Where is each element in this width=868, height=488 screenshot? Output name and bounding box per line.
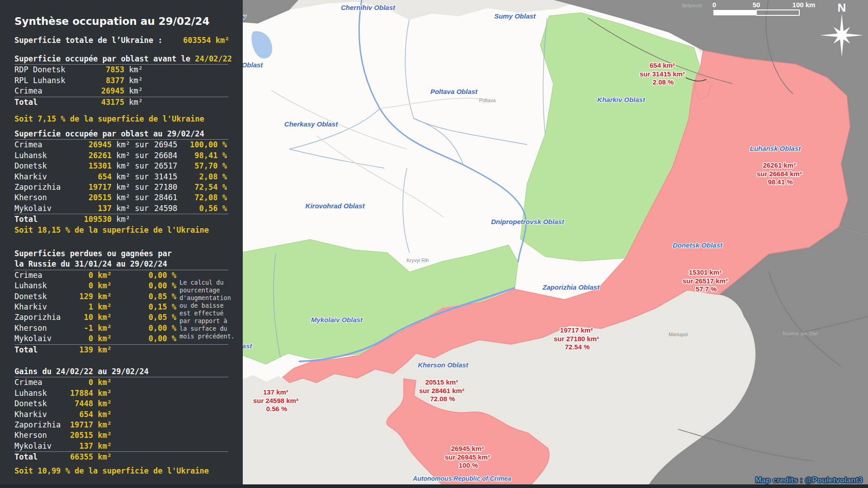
label-poltava-oblast: Poltava Oblast	[430, 88, 478, 95]
table-row: Mykolaiv137 km² sur 245980,56 %	[14, 203, 228, 214]
table-row: Donetsk15301 km² sur 2651757,70 %	[14, 161, 228, 171]
row-value: 7853	[82, 65, 124, 75]
row-percent: 72,54 %	[194, 182, 227, 192]
row-value: 7448 km²	[69, 399, 112, 409]
total-label: Total	[14, 345, 69, 355]
total-label: Total	[14, 214, 69, 225]
total-value: 66355 km²	[69, 452, 112, 462]
row-percent: 0,00 %	[137, 270, 176, 281]
section-header: Superficie occupée par oblast au 29/02/2…	[14, 129, 228, 140]
row-total: 26684	[153, 150, 177, 161]
map-credits: Map credits : @Pouletvolant3	[755, 476, 863, 484]
total-value: 139 km²	[69, 345, 112, 355]
section-header-text: Superficie occupée par oblast avant le	[14, 54, 195, 63]
section-occupied-current: Superficie occupée par oblast au 29/02/2…	[14, 129, 228, 235]
table-row: Zaporizhia19717 km²	[14, 420, 228, 430]
stats-sidebar: Synthèse occupation au 29/02/24 Superfic…	[0, 0, 243, 488]
row-percent: 100,00 %	[190, 140, 227, 150]
row-value: 17884 km²	[69, 388, 112, 399]
label-city-kryvyi-rih: Kryvyi Rih	[406, 258, 429, 263]
section-header-date: 24/02/22	[195, 54, 232, 63]
row-name: Crimea	[14, 270, 69, 281]
row-total: 24598	[153, 203, 177, 214]
row-value: 19717 km²	[69, 420, 112, 430]
total-area-line: Superficie totale de l’Ukraine : 603554 …	[14, 35, 228, 46]
row-value: 0 km²	[69, 270, 112, 281]
label-donetsk-oblast: Donetsk Oblast	[673, 241, 723, 249]
scale-bar-segment-filled	[713, 10, 756, 15]
label-city-poltava: Poltava	[479, 98, 496, 103]
row-percent: 0,15 %	[137, 302, 176, 312]
row-name: Kharkiv	[14, 302, 69, 312]
row-name: Luhansk	[14, 388, 69, 399]
row-name: Crimea	[14, 377, 69, 388]
row-value: 0 km²	[69, 281, 112, 291]
row-percent: 2,08 %	[199, 172, 227, 182]
label-kirovohrad-oblast: Kirovohrad Oblast	[306, 202, 365, 210]
label-city-belgorod: Belgorod	[682, 3, 702, 8]
row-name: Mykolaiv	[14, 203, 69, 214]
row-name: Crimea	[14, 140, 69, 150]
row-value: 26945	[69, 140, 112, 150]
row-percent: 98,41 %	[194, 150, 227, 161]
row-value: 8377	[82, 75, 124, 86]
row-value: 654 km²	[69, 409, 112, 420]
percentage-note: Le calcul du pourcentage d'augmentation …	[179, 279, 235, 340]
total-unit: km²	[124, 98, 143, 107]
table-total-row: Total139 km²	[14, 344, 228, 355]
section-gains: Gains du 24/02/22 au 29/02/24 Crimea0 km…	[14, 366, 228, 476]
total-area-value: 603554 km²	[183, 35, 229, 46]
table-total-row: Total109530 km²	[14, 214, 228, 225]
section-header-line2: la Russie du 31/01/24 au 29/02/24	[14, 259, 228, 270]
row-value: 15301	[69, 161, 112, 171]
row-value: -1 km²	[69, 323, 112, 333]
row-value: 0 km²	[69, 333, 112, 344]
row-value: 129 km²	[69, 291, 112, 302]
label-dnipropetrovsk-oblast: Dnipropetrovsk Oblast	[491, 218, 565, 225]
share-of-ukraine: Soit 10,99 % de la superficie de l'Ukrai…	[14, 466, 228, 476]
row-percent: 0,00 %	[137, 281, 176, 291]
table-row: RDP Donetsk7853 km²	[14, 65, 228, 75]
row-value: 26945	[82, 86, 124, 96]
row-value: 0 km²	[69, 377, 112, 388]
row-value: 137 km²	[69, 441, 112, 451]
label-zhytomyr-oblast-clipped: Oblast	[242, 61, 264, 69]
row-total: 27180	[153, 182, 177, 192]
total-value: 109530	[69, 214, 112, 225]
table-row: Crimea26945 km²	[14, 86, 228, 96]
row-name: Crimea	[14, 86, 82, 96]
section-header: Superficie occupée par oblast avant le 2…	[14, 54, 228, 65]
section-header: Gains du 24/02/22 au 29/02/24	[14, 366, 228, 377]
table-row: Crimea26945 km² sur 26945100,00 %	[14, 140, 228, 150]
row-name: Luhansk	[14, 150, 69, 161]
occupation-dashboard: Chernihiv Oblast Sumy Oblast Kyiv Oblast…	[0, 0, 868, 488]
table-row: Kherson20515 km²	[14, 430, 228, 441]
row-value: 10 km²	[69, 312, 112, 323]
row-name: Kherson	[14, 430, 69, 441]
table-row: Zaporizhia19717 km² sur 2718072,54 %	[14, 182, 228, 192]
row-total: 28461	[153, 192, 177, 203]
row-total: 31415	[153, 172, 177, 182]
row-value: 654	[69, 172, 112, 182]
row-name: Mykolaiv	[14, 441, 69, 451]
row-percent: 0,00 %	[137, 323, 176, 333]
row-name: Kharkiv	[14, 172, 69, 182]
row-unit: km²	[124, 86, 143, 95]
row-percent: 0,05 %	[137, 312, 176, 323]
share-of-ukraine: Soit 7,15 % de la superficie de l'Ukrain…	[14, 114, 228, 124]
label-mykolaiv-oblast: Mykolaiv Oblast	[311, 316, 363, 324]
label-crimea-republic: Autonomous Republic of Crimea	[412, 475, 511, 482]
row-name: Mykolaiv	[14, 333, 69, 344]
label-city-rostov: Rostow am Don	[783, 331, 818, 336]
label-kharkiv-oblast: Kharkiv Oblast	[597, 96, 646, 103]
label-kherson-oblast: Kherson Oblast	[418, 361, 469, 369]
total-label: Total	[14, 452, 69, 462]
row-name: Donetsk	[14, 291, 69, 302]
section-occupied-before: Superficie occupée par oblast avant le 2…	[14, 54, 228, 124]
row-name: Donetsk	[14, 161, 69, 171]
row-value: 26261	[69, 150, 112, 161]
label-cherkasy-oblast: Cherkasy Oblast	[284, 120, 338, 128]
bottom-bar	[0, 484, 868, 488]
row-percent: 72,08 %	[194, 192, 227, 203]
table-row: Kherson20515 km² sur 2846172,08 %	[14, 192, 228, 203]
